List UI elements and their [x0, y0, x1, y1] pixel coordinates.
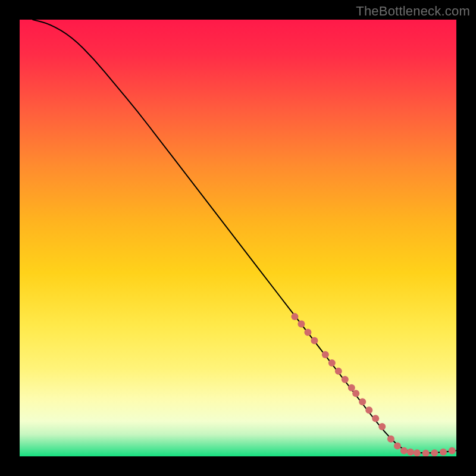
watermark-text: TheBottleneck.com [356, 4, 470, 19]
highlight-point [387, 436, 394, 443]
highlight-point [311, 337, 318, 344]
highlight-point [322, 351, 329, 358]
highlight-point [414, 449, 421, 456]
highlight-point [440, 449, 447, 456]
highlight-point [431, 449, 438, 456]
highlight-point [304, 329, 311, 336]
highlight-point [407, 449, 414, 456]
highlight-point [342, 376, 349, 383]
highlight-point [291, 313, 298, 320]
highlight-point [352, 390, 359, 397]
chart-svg [20, 20, 456, 456]
highlight-point [378, 423, 386, 430]
highlight-point [400, 447, 408, 454]
highlight-point [348, 384, 355, 392]
highlight-point [372, 415, 379, 422]
chart-area [20, 20, 456, 456]
highlight-point [359, 398, 366, 405]
highlight-point [335, 368, 342, 375]
highlight-point [328, 359, 336, 367]
highlight-point [365, 406, 372, 414]
highlight-point [449, 447, 456, 454]
gradient-background [20, 20, 456, 456]
highlight-point [298, 321, 305, 328]
highlight-point [394, 442, 401, 449]
